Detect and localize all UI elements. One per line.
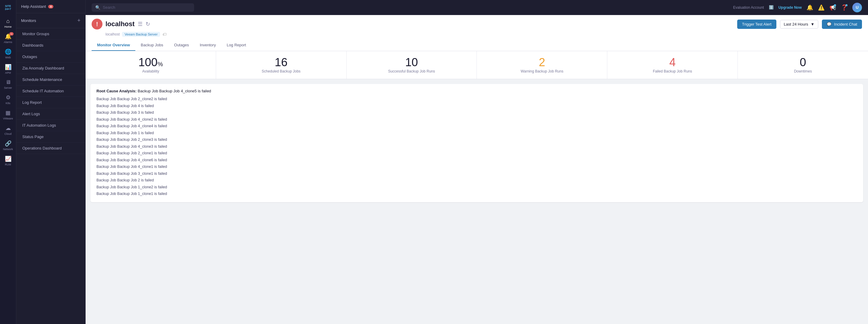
announcements-icon[interactable]: 📢 — [830, 4, 836, 11]
stat-availability-label: Availability — [142, 69, 159, 73]
rum-icon: 📈 — [5, 155, 11, 162]
nav-label-alarms: Alarms — [4, 41, 12, 44]
root-cause-item-3: Backup Job Backup Job 3 is failed — [96, 109, 857, 116]
monitor-title-row: ! localhost ☰ ↻ Trigger Test Alert Last … — [92, 19, 862, 30]
incident-chat-button[interactable]: 💬 Incident Chat — [822, 20, 862, 29]
tab-monitor-overview[interactable]: Monitor Overview — [92, 40, 135, 51]
monitors-title: Monitors — [21, 19, 36, 23]
alerts-icon[interactable]: ⚠️ — [818, 4, 825, 11]
nav-item-server[interactable]: 🖥 Server — [0, 77, 16, 92]
icon-nav: SITE 24×7 ⌂ Home 🔔 Alarms 1 🌐 Web 📊 APM … — [0, 0, 16, 324]
upgrade-now-button[interactable]: Upgrade Now — [778, 5, 802, 10]
root-cause-item-10: Backup Job Backup Job 4_clone6 is failed — [96, 157, 857, 164]
sidebar-item-monitor-groups[interactable]: Monitor Groups — [16, 28, 85, 40]
search-icon: 🔍 — [95, 5, 100, 10]
sidebar-item-log-report[interactable]: Log Report — [16, 97, 85, 108]
nav-label-network: Network — [3, 148, 13, 151]
root-cause-item-13: Backup Job Backup Job 2 is failed — [96, 177, 857, 184]
server-icon: 🖥 — [5, 79, 11, 85]
nav-item-rum[interactable]: 📈 RUM — [0, 153, 16, 169]
monitor-menu-icon[interactable]: ☰ — [138, 21, 143, 27]
sidebar-item-it-automation-logs[interactable]: IT Automation Logs — [16, 120, 85, 131]
monitor-refresh-icon[interactable]: ↻ — [146, 21, 150, 27]
nav-label-vmware: VMware — [3, 117, 13, 120]
root-cause-item-8: Backup Job Backup Job 4_clone3 is failed — [96, 143, 857, 150]
stat-successful-runs: 10 Successful Backup Job Runs — [347, 51, 477, 79]
web-icon: 🌐 — [5, 48, 11, 55]
nav-item-alarms[interactable]: 🔔 Alarms 1 — [0, 31, 16, 46]
trigger-test-alert-button[interactable]: Trigger Test Alert — [737, 20, 776, 29]
help-icon[interactable]: ❓ — [841, 4, 847, 11]
nav-item-cloud[interactable]: ☁ Cloud — [0, 122, 16, 138]
app-logo: SITE 24×7 — [1, 2, 15, 13]
help-assistant-label: Help Assistant 8 — [21, 4, 53, 9]
nav-item-k8s[interactable]: ⚙ K8s — [0, 92, 16, 107]
tab-inventory[interactable]: Inventory — [194, 40, 221, 51]
tab-backup-jobs[interactable]: Backup Jobs — [135, 40, 168, 51]
sidebar-item-operations-dashboard[interactable]: Operations Dashboard — [16, 143, 85, 154]
root-cause-item-15: Backup Job Backup Job 1_clone1 is failed — [96, 190, 857, 197]
help-badge: 8 — [48, 5, 53, 8]
stat-scheduled-jobs: 16 Scheduled Backup Jobs — [216, 51, 347, 79]
nav-label-apm: APM — [5, 71, 11, 74]
sidebar-item-outages[interactable]: Outages — [16, 51, 85, 63]
top-header: 🔍 Evaluation Account ℹ️ Upgrade Now 🔔 ⚠️… — [86, 0, 868, 15]
nav-label-cloud: Cloud — [4, 132, 12, 135]
stat-successful-runs-value: 10 — [405, 57, 418, 68]
monitor-name: localhost — [105, 20, 135, 28]
search-box[interactable]: 🔍 — [92, 3, 194, 12]
root-cause-item-11: Backup Job Backup Job 4_clone1 is failed — [96, 164, 857, 170]
monitor-status-icon: ! — [92, 19, 102, 30]
sidebar-item-dashboards[interactable]: Dashboards — [16, 40, 85, 51]
stat-warning-runs-value: 2 — [539, 57, 545, 68]
tab-outages[interactable]: Outages — [169, 40, 194, 51]
root-cause-panel: Root Cause Analysis: Backup Job Backup J… — [90, 84, 863, 202]
nav-label-rum: RUM — [5, 163, 11, 166]
nav-item-network[interactable]: 🔗 Network — [0, 138, 16, 153]
home-icon: ⌂ — [6, 18, 10, 24]
notifications-icon[interactable]: 🔔 — [807, 4, 813, 11]
vmware-icon: ▦ — [5, 109, 10, 116]
announcement-dot — [834, 4, 836, 6]
monitor-hostname: localhost — [105, 32, 120, 36]
alarms-badge: 1 — [9, 32, 13, 36]
nav-item-web[interactable]: 🌐 Web — [0, 46, 16, 61]
stat-availability-value: 100% — [138, 57, 163, 68]
stat-failed-runs-value: 4 — [670, 57, 676, 68]
stat-warning-runs: 2 Warning Backup Job Runs — [477, 51, 607, 79]
sidebar-item-schedule-it[interactable]: Schedule IT Automation — [16, 85, 85, 97]
tab-log-report[interactable]: Log Report — [221, 40, 251, 51]
chevron-down-icon: ▼ — [811, 22, 815, 27]
sidebar-item-zia-anomaly[interactable]: Zia Anomaly Dashboard — [16, 63, 85, 74]
sidebar-header: Help Assistant 8 — [16, 0, 85, 13]
tag-icon[interactable]: 🏷 — [162, 32, 167, 37]
stat-successful-runs-label: Successful Backup Job Runs — [388, 69, 435, 73]
nav-item-apm[interactable]: 📊 APM — [0, 61, 16, 77]
root-cause-item-6: Backup Job Backup Job 1 is failed — [96, 130, 857, 137]
stat-downtimes-label: Downtimes — [794, 69, 812, 73]
monitor-header: ! localhost ☰ ↻ Trigger Test Alert Last … — [86, 15, 868, 51]
stat-failed-runs-label: Failed Backup Job Runs — [653, 69, 692, 73]
help-dot — [845, 4, 847, 6]
sidebar-item-schedule-maintenance[interactable]: Schedule Maintenance — [16, 74, 85, 85]
nav-label-server: Server — [4, 86, 12, 89]
network-icon: 🔗 — [5, 140, 11, 147]
sidebar-item-alert-logs[interactable]: Alert Logs — [16, 108, 85, 120]
info-icon: ℹ️ — [769, 5, 774, 10]
add-monitor-button[interactable]: + — [77, 17, 81, 24]
monitor-sub-info: localhost Veeam Backup Server 🏷 — [105, 32, 862, 37]
search-input[interactable] — [103, 5, 190, 10]
stat-scheduled-jobs-label: Scheduled Backup Jobs — [261, 69, 301, 73]
nav-item-vmware[interactable]: ▦ VMware — [0, 107, 16, 122]
k8s-icon: ⚙ — [6, 94, 10, 101]
root-cause-first-item: Backup Job Backup Job 4_clone5 is failed — [138, 89, 211, 93]
stat-availability: 100% Availability — [86, 51, 216, 79]
sidebar-item-status-page[interactable]: Status Page — [16, 131, 85, 143]
nav-item-home[interactable]: ⌂ Home — [0, 15, 16, 31]
root-cause-item-7: Backup Job Backup Job 2_clone3 is failed — [96, 136, 857, 143]
chat-icon: 💬 — [827, 22, 832, 27]
time-range-select[interactable]: Last 24 Hours ▼ — [780, 20, 818, 29]
user-avatar[interactable]: U — [852, 3, 862, 12]
root-cause-item-1: Backup Job Backup Job 2_clone2 is failed — [96, 96, 857, 103]
root-cause-item-12: Backup Job Backup Job 3_clone1 is failed — [96, 170, 857, 177]
